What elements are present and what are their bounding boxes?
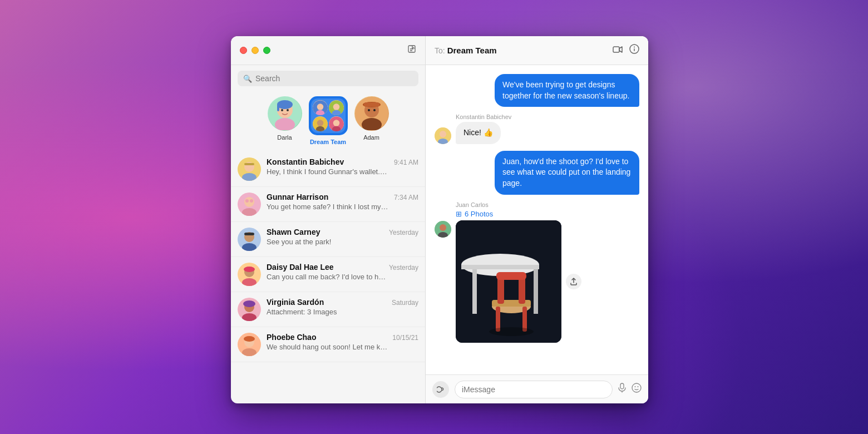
message-item[interactable]: Gunnar Harrison 7:34 AM You get home saf… bbox=[231, 187, 425, 222]
message-time: 10/15/21 bbox=[392, 334, 418, 342]
gunnar-avatar bbox=[238, 193, 261, 216]
incoming-message: Konstantin Babichev Nice! 👍 bbox=[435, 114, 639, 144]
message-header: Daisy Dal Hae Lee Yesterday bbox=[267, 263, 418, 272]
audio-button[interactable] bbox=[618, 383, 626, 396]
minimize-button[interactable] bbox=[251, 47, 259, 54]
svg-point-4 bbox=[277, 100, 293, 109]
daisy-avatar bbox=[238, 263, 261, 286]
svg-point-34 bbox=[245, 199, 249, 203]
message-item[interactable]: Shawn Carney Yesterday See you at the pa… bbox=[231, 222, 425, 257]
svg-point-12 bbox=[333, 103, 339, 110]
photo-share-button[interactable] bbox=[566, 274, 581, 289]
message-bubble: Juan, how'd the shoot go? I'd love to se… bbox=[495, 151, 639, 195]
svg-point-75 bbox=[437, 387, 442, 392]
photos-grid-icon: ⊞ bbox=[456, 210, 462, 218]
incoming-message-photos: Juan Carlos ⊞ 6 Photos bbox=[435, 201, 639, 343]
svg-rect-66 bbox=[534, 269, 538, 314]
message-preview: We should hang out soon! Let me know. bbox=[267, 343, 389, 351]
photos-label: ⊞ 6 Photos bbox=[456, 210, 561, 218]
svg-point-9 bbox=[317, 103, 323, 110]
svg-rect-54 bbox=[634, 48, 635, 51]
message-content: Daisy Dal Hae Lee Yesterday Can you call… bbox=[267, 263, 418, 281]
message-time: Yesterday bbox=[389, 264, 418, 272]
search-input[interactable] bbox=[255, 74, 413, 83]
message-preview: Hey, I think I found Gunnar's wallet. It… bbox=[267, 167, 389, 176]
svg-rect-24 bbox=[364, 102, 379, 107]
svg-point-18 bbox=[333, 120, 339, 126]
message-header: Phoebe Chao 10/15/21 bbox=[267, 333, 418, 342]
konstantin-avatar bbox=[238, 157, 261, 181]
svg-rect-52 bbox=[613, 47, 619, 52]
photos-count: 6 Photos bbox=[465, 210, 493, 218]
sender-name: Daisy Dal Hae Lee bbox=[267, 263, 334, 272]
svg-point-15 bbox=[317, 120, 323, 126]
message-item[interactable]: Virginia Sardón Saturday Attachment: 3 I… bbox=[231, 292, 425, 327]
message-content: Gunnar Harrison 7:34 AM You get home saf… bbox=[267, 193, 418, 211]
svg-point-47 bbox=[243, 300, 255, 307]
svg-point-6 bbox=[281, 109, 283, 111]
message-row: ⊞ 6 Photos bbox=[435, 210, 561, 343]
compose-button[interactable] bbox=[407, 45, 416, 56]
chair-illustration bbox=[456, 220, 561, 343]
message-bubble: We've been trying to get designs togethe… bbox=[495, 74, 639, 107]
svg-rect-62 bbox=[456, 220, 561, 343]
message-bubble: Nice! 👍 bbox=[456, 122, 501, 144]
chat-area: To: Dream Team bbox=[426, 36, 648, 403]
svg-point-43 bbox=[244, 267, 255, 272]
darla-label: Darla bbox=[277, 134, 292, 141]
virginia-avatar bbox=[238, 298, 261, 321]
svg-point-26 bbox=[373, 109, 376, 111]
chat-actions bbox=[613, 44, 639, 57]
sender-name: Shawn Carney bbox=[267, 228, 320, 236]
close-button[interactable] bbox=[240, 47, 247, 54]
svg-rect-64 bbox=[461, 265, 539, 269]
message-input[interactable] bbox=[455, 381, 613, 398]
search-icon: 🔍 bbox=[243, 75, 252, 83]
video-call-button[interactable] bbox=[613, 45, 623, 56]
to-label: To: bbox=[435, 46, 445, 55]
shawn-avatar bbox=[238, 228, 261, 251]
message-row: We've been trying to get designs togethe… bbox=[495, 74, 639, 107]
photo-container bbox=[456, 220, 561, 343]
traffic-lights bbox=[240, 47, 270, 54]
message-row: Juan, how'd the shoot go? I'd love to se… bbox=[495, 151, 639, 195]
sidebar: 🔍 bbox=[231, 36, 426, 403]
message-item[interactable]: Phoebe Chao 10/15/21 We should hang out … bbox=[231, 327, 425, 362]
sender-name: Gunnar Harrison bbox=[267, 193, 328, 201]
adam-label: Adam bbox=[363, 134, 379, 141]
emoji-button[interactable] bbox=[632, 383, 642, 396]
message-item[interactable]: Konstantin Babichev 9:41 AM Hey, I think… bbox=[231, 152, 425, 187]
message-header: Konstantin Babichev 9:41 AM bbox=[267, 157, 418, 166]
chat-messages: We've been trying to get designs togethe… bbox=[426, 65, 648, 374]
photo-preview bbox=[456, 220, 561, 343]
pinned-contact-dream-team[interactable]: Dream Team bbox=[309, 96, 348, 145]
dream-team-avatar bbox=[309, 96, 348, 135]
message-content: Shawn Carney Yesterday See you at the pa… bbox=[267, 228, 418, 246]
pinned-contact-darla[interactable]: Darla bbox=[268, 96, 302, 145]
outgoing-message: Juan, how'd the shoot go? I'd love to se… bbox=[435, 151, 639, 195]
maximize-button[interactable] bbox=[263, 47, 270, 54]
message-preview: Attachment: 3 Images bbox=[267, 308, 389, 316]
message-list: Konstantin Babichev 9:41 AM Hey, I think… bbox=[231, 152, 425, 403]
svg-rect-65 bbox=[472, 269, 477, 314]
sender-name: Konstantin Babichev bbox=[267, 157, 344, 166]
svg-point-74 bbox=[489, 327, 534, 336]
chat-recipient: Dream Team bbox=[447, 46, 613, 55]
message-item[interactable]: Daisy Dal Hae Lee Yesterday Can you call… bbox=[231, 257, 425, 292]
svg-point-51 bbox=[244, 336, 255, 342]
messages-window: 🔍 bbox=[231, 36, 648, 403]
apps-button[interactable] bbox=[432, 381, 449, 398]
svg-point-60 bbox=[440, 224, 446, 231]
sender-name: Phoebe Chao bbox=[267, 333, 316, 342]
svg-point-7 bbox=[287, 109, 289, 111]
message-preview: See you at the park! bbox=[267, 238, 389, 246]
svg-point-55 bbox=[634, 47, 635, 48]
message-row: Nice! 👍 bbox=[435, 122, 501, 144]
pinned-contact-adam[interactable]: Adam bbox=[354, 96, 389, 145]
message-header: Gunnar Harrison 7:34 AM bbox=[267, 193, 418, 201]
svg-point-79 bbox=[635, 386, 636, 387]
svg-rect-30 bbox=[244, 163, 254, 165]
chat-titlebar: To: Dream Team bbox=[426, 36, 648, 65]
info-button[interactable] bbox=[629, 44, 639, 57]
search-bar: 🔍 bbox=[238, 71, 418, 86]
